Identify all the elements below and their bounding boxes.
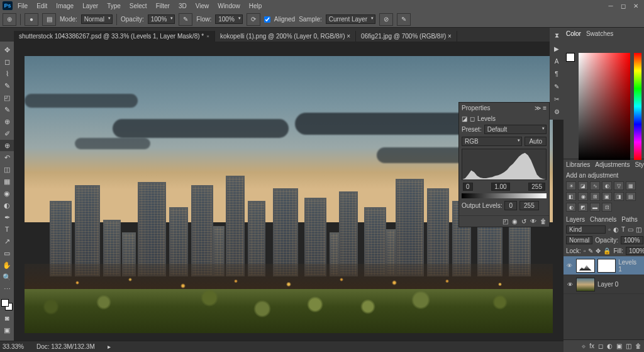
tab-document-2[interactable]: kokopelli (1).png @ 200% (Layer 0, RGB/8…	[215, 31, 356, 42]
menu-edit[interactable]: Edit	[33, 1, 51, 11]
blur-tool[interactable]: ◉	[0, 188, 14, 199]
zoom-level[interactable]: 33.33%	[3, 343, 24, 350]
brush-preset-icon[interactable]: ●	[25, 13, 38, 26]
vibrance-icon[interactable]: ▽	[614, 181, 624, 190]
layers-tab[interactable]: Layers	[566, 216, 585, 223]
menu-type[interactable]: Type	[103, 1, 125, 11]
quick-mask[interactable]: ◙	[0, 312, 14, 324]
crop-tool[interactable]: ◰	[0, 92, 14, 103]
lock-trans-icon[interactable]: ▫	[584, 247, 586, 254]
paragraph-icon[interactable]: ¶	[550, 68, 564, 79]
maximize-button[interactable]: ◻	[618, 1, 629, 10]
swatches-tab[interactable]: Swatches	[586, 30, 613, 37]
move-tool[interactable]: ✥	[0, 44, 14, 55]
eraser-tool[interactable]: ◫	[0, 164, 14, 175]
more-icon[interactable]: ⊡	[602, 203, 612, 212]
filter-type-icon[interactable]: T	[621, 226, 625, 233]
layer-row[interactable]: 👁 Levels 1	[564, 256, 644, 275]
lock-pixels-icon[interactable]: ✎	[588, 247, 593, 254]
history-brush-tool[interactable]: ↶	[0, 152, 14, 163]
layer-name[interactable]: Levels 1	[618, 259, 641, 273]
lock-pos-icon[interactable]: ✥	[596, 247, 601, 254]
tools-icon[interactable]: ✂	[550, 93, 564, 105]
type-tool[interactable]: T	[0, 224, 14, 235]
brush-settings-icon[interactable]: ✎	[550, 81, 564, 92]
preset-select[interactable]: Default	[484, 125, 547, 134]
view-previous-icon[interactable]: ◉	[512, 218, 518, 225]
posterize-icon[interactable]: ▤	[626, 192, 636, 201]
output-black[interactable]: 0	[504, 201, 517, 210]
filter-smart-icon[interactable]: ◫	[636, 226, 641, 233]
histogram[interactable]	[462, 149, 547, 180]
threshold-icon[interactable]: ◐	[566, 203, 576, 212]
close-icon[interactable]: ×	[206, 33, 209, 39]
hand-tool[interactable]: ✋	[0, 259, 14, 271]
lasso-tool[interactable]: ⌇	[0, 68, 14, 79]
marquee-tool[interactable]: ◻	[0, 56, 14, 67]
blend-mode-select[interactable]: Normal	[81, 14, 113, 24]
edit-toolbar[interactable]: ⋯	[0, 283, 14, 295]
clip-icon[interactable]: ◰	[502, 218, 508, 225]
screen-mode[interactable]: ▣	[0, 324, 14, 336]
pen-tool[interactable]: ✒	[0, 212, 14, 223]
visibility-icon[interactable]: 👁	[566, 281, 574, 288]
channels-tab[interactable]: Channels	[590, 216, 616, 223]
zoom-tool[interactable]: 🔍	[0, 271, 14, 283]
quick-select-tool[interactable]: ✎	[0, 80, 14, 91]
mask-icon[interactable]: ◻	[598, 343, 603, 349]
bw-icon[interactable]: ◧	[566, 192, 576, 201]
filter-img-icon[interactable]: ▫	[608, 226, 611, 233]
clone-stamp-tool[interactable]: ⊕	[0, 140, 14, 151]
layer-thumb[interactable]	[576, 278, 595, 292]
color-swatches[interactable]	[0, 298, 14, 312]
auto-button[interactable]: Auto	[525, 137, 547, 146]
layer-opacity[interactable]: 100%	[621, 236, 643, 244]
pressure-size-icon[interactable]: ✎	[397, 13, 411, 26]
color-picker[interactable]	[564, 39, 644, 159]
close-button[interactable]: ✕	[630, 1, 641, 10]
adjustment-icon[interactable]: ◐	[607, 343, 613, 349]
character-icon[interactable]: A	[550, 55, 564, 67]
filter-shape-icon[interactable]: ▭	[628, 226, 633, 233]
menu-view[interactable]: View	[192, 1, 213, 11]
styles-tab[interactable]: Styles	[635, 161, 644, 168]
layer-thumb[interactable]	[576, 259, 595, 273]
opacity-select[interactable]: 100%	[148, 14, 175, 24]
pressure-opacity-icon[interactable]: ✎	[179, 13, 192, 26]
eyedropper-tool[interactable]: ✎	[0, 104, 14, 115]
aligned-checkbox[interactable]	[264, 16, 270, 23]
output-gradient[interactable]	[462, 193, 547, 198]
layer-name[interactable]: Layer 0	[597, 281, 618, 288]
link-icon[interactable]: ⟐	[582, 343, 586, 349]
history-icon[interactable]: ⧗	[550, 30, 564, 42]
input-white[interactable]: 255	[528, 183, 545, 191]
panel-menu-icon[interactable]: ≫ ≡	[535, 105, 547, 111]
ignore-adjustment-icon[interactable]: ⊘	[379, 13, 393, 26]
input-gamma[interactable]: 1.00	[491, 183, 509, 191]
dodge-tool[interactable]: ◐	[0, 200, 14, 211]
visibility-icon[interactable]: 👁	[566, 262, 574, 270]
chevron-right-icon[interactable]: ▸	[108, 343, 111, 350]
mask-thumb[interactable]	[597, 259, 616, 273]
input-black[interactable]: 0	[463, 183, 473, 191]
hue-slider[interactable]	[634, 53, 641, 160]
channel-select[interactable]: RGB	[462, 137, 522, 146]
brightness-icon[interactable]: ☀	[566, 181, 576, 190]
color-lookup-icon[interactable]: ▣	[602, 192, 612, 201]
minimize-button[interactable]: ─	[605, 1, 616, 10]
photo-filter-icon[interactable]: ◉	[578, 192, 588, 201]
flow-select[interactable]: 100%	[215, 14, 243, 24]
brush-panel-icon[interactable]: ▤	[42, 13, 56, 26]
exposure-icon[interactable]: ◐	[602, 181, 612, 190]
shape-tool[interactable]: ▭	[0, 247, 14, 259]
menu-file[interactable]: File	[14, 1, 31, 11]
levels-icon[interactable]: ◪	[578, 181, 588, 190]
airbrush-icon[interactable]: ⟳	[247, 13, 260, 26]
sample-select[interactable]: Current Layer	[326, 14, 375, 24]
menu-filter[interactable]: Filter	[152, 1, 174, 11]
lock-all-icon[interactable]: 🔒	[603, 247, 611, 254]
reset-icon[interactable]: ↺	[521, 218, 526, 225]
selective-color-icon[interactable]: ◩	[578, 203, 588, 212]
tab-document-1[interactable]: shutterstock 1043386267.psd @ 33.3% (Lev…	[14, 31, 215, 42]
channel-mixer-icon[interactable]: ⊞	[590, 192, 600, 201]
